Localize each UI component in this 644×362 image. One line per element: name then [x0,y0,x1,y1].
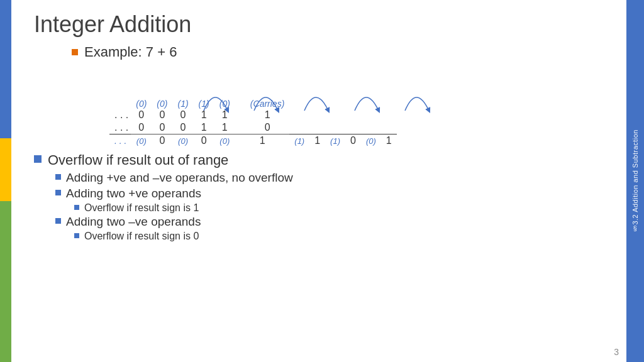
sub-bullet-3: Adding two –ve operands [55,215,610,229]
sub-bullet-1-text: Adding +ve and –ve operands, no overflow [66,171,293,185]
main-bullet-text: Overflow if result out of range [48,152,228,168]
example-line: Example: 7 + 6 [72,44,610,60]
sub-bullet-3-icon [55,218,61,224]
page-number: 3 [614,347,619,357]
sub-sub-bullet-3-icon [74,233,79,238]
left-bar-yellow [0,138,11,201]
main-bullet-item: Overflow if result out of range [34,152,610,168]
sub-bullets: Adding +ve and –ve operands, no overflow… [55,171,610,242]
example-text: Example: 7 + 6 [84,44,177,60]
diagram-table: (0) (0) (1) (1) (0) (Carries) . . . 0 0 … [109,98,397,147]
orange-bullet [72,49,78,55]
sub-bullet-2-text: Adding two +ve operands [66,187,201,200]
right-sidebar: §3.2 Addition and Subtraction [626,0,644,362]
sub-bullet-2-icon [55,190,61,195]
left-bar-green [0,201,11,362]
sub-sub-bullet-2-icon [74,205,79,210]
page-title: Integer Addition [34,11,610,38]
sidebar-label: §3.2 Addition and Subtraction [631,129,639,233]
sub-sub-bullet-3-text: Overflow if result sign is 0 [84,231,199,242]
sub-bullet-1: Adding +ve and –ve operands, no overflow [55,171,610,185]
sub-sub-bullet-2-text: Overflow if result sign is 1 [84,202,199,214]
sub-sub-bullet-2: Overflow if result sign is 1 [74,202,610,214]
left-bar-blue [0,0,11,138]
sub-bullet-1-icon [55,174,61,180]
main-bullet-icon [34,155,42,163]
addition-diagram: (0) (0) (1) (1) (0) (Carries) . . . 0 0 … [109,65,610,147]
sub-sub-bullets-3: Overflow if result sign is 0 [74,231,610,242]
sub-bullet-2: Adding two +ve operands [55,187,610,200]
sub-sub-bullet-3: Overflow if result sign is 0 [74,231,610,242]
bullet-section: Overflow if result out of range Adding +… [34,152,610,242]
sub-sub-bullets-2: Overflow if result sign is 1 [74,202,610,214]
main-content: Integer Addition Example: 7 + 6 [16,0,625,362]
sub-bullet-3-text: Adding two –ve operands [66,215,201,229]
